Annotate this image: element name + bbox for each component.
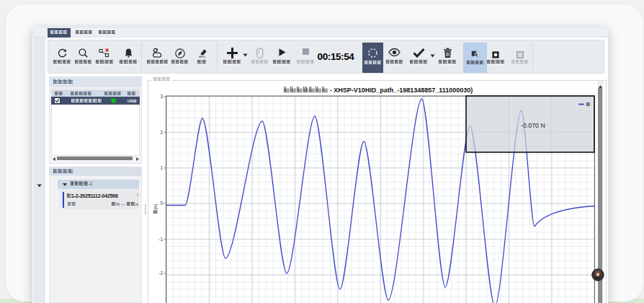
svg-text:2: 2 bbox=[160, 130, 163, 135]
svg-text:1: 1 bbox=[160, 165, 163, 170]
svg-text:-1: -1 bbox=[158, 237, 163, 242]
svg-text:0: 0 bbox=[160, 201, 163, 206]
svg-text:-2: -2 bbox=[158, 271, 163, 276]
svg-text:3: 3 bbox=[160, 94, 163, 99]
svg-text:-0.070 N: -0.070 N bbox=[521, 122, 545, 129]
